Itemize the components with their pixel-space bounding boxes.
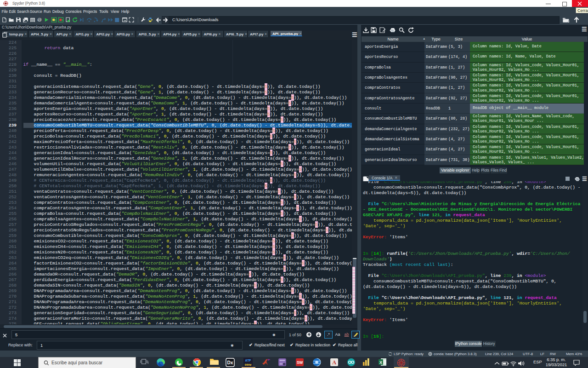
svg-text:A: A [332,359,336,366]
svg-text:X: X [379,360,382,365]
svg-text:DRAW: DRAW [245,363,252,367]
svg-text:ATP: ATP [245,359,251,362]
svg-text:@: @ [37,17,42,22]
svg-text:Dx: Dx [227,360,233,365]
svg-text:SW: SW [296,360,303,365]
